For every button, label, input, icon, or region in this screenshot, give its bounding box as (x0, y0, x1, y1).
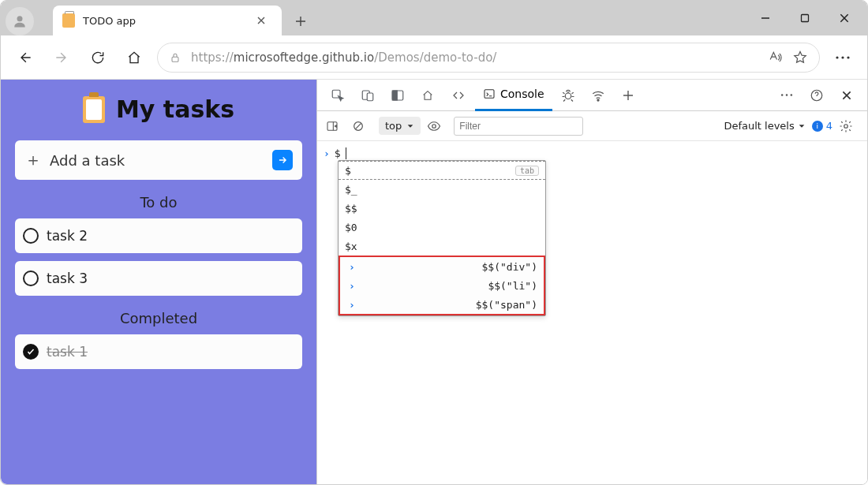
autocomplete-item[interactable]: $0 (339, 218, 545, 237)
issue-dot-icon: i (812, 121, 823, 132)
tab-network[interactable] (584, 81, 612, 110)
refresh-icon (90, 50, 106, 65)
tab-console[interactable]: Console (475, 80, 552, 111)
autocomplete-item[interactable]: $$ (339, 199, 545, 218)
console-settings-button[interactable] (839, 119, 859, 133)
arrow-left-icon (17, 50, 33, 65)
autocomplete-history-highlight: ›$$("div") ›$$("li") ›$$("span") (339, 256, 545, 315)
history-item[interactable]: ›$$("li") (340, 276, 544, 295)
log-levels-dropdown[interactable]: Default levels (724, 120, 805, 132)
console-sidebar-toggle[interactable] (325, 120, 346, 132)
task-label: task 3 (47, 270, 88, 286)
unchecked-circle-icon[interactable] (23, 228, 39, 244)
devtools-panel: Console (316, 80, 867, 484)
home-button[interactable] (121, 44, 148, 71)
console-filter-input[interactable] (454, 117, 583, 136)
inspect-element-button[interactable] (324, 81, 352, 110)
window-maximize-button[interactable] (785, 1, 825, 35)
task-label: task 2 (47, 228, 88, 244)
section-completed-heading: Completed (15, 310, 302, 326)
devtools-more-button[interactable] (773, 81, 801, 110)
svg-point-20 (432, 124, 436, 128)
add-task-placeholder: Add a task (50, 152, 264, 169)
prompt-chevron-icon: › (324, 147, 330, 159)
maximize-icon (800, 13, 810, 23)
task-item-completed[interactable]: task 1 (15, 334, 302, 369)
devices-icon (361, 88, 375, 103)
svg-rect-11 (485, 90, 494, 99)
tab-elements[interactable] (443, 80, 473, 111)
arrow-right-icon (277, 155, 288, 166)
autocomplete-item[interactable]: $_ (339, 180, 545, 199)
prompt-chevron-icon: › (346, 261, 357, 273)
console-input-row[interactable]: › $ (324, 144, 861, 162)
console-input-value: $ (335, 147, 341, 159)
prompt-chevron-icon: › (346, 299, 357, 311)
console-toolbar: top Default levels i 4 (317, 111, 867, 141)
svg-rect-8 (367, 93, 373, 101)
devtools-help-button[interactable] (803, 81, 831, 110)
more-horizontal-icon (835, 55, 851, 60)
add-task-input[interactable]: ＋ Add a task (15, 140, 302, 180)
tab-welcome[interactable] (413, 80, 442, 111)
inspect-icon (331, 88, 345, 103)
autocomplete-item-selected[interactable]: $ tab (339, 161, 545, 180)
browser-titlebar: TODO app (1, 1, 867, 35)
text-caret (346, 147, 346, 159)
profile-avatar[interactable] (6, 7, 34, 35)
home-icon (421, 89, 434, 102)
chevron-down-icon (406, 122, 414, 130)
more-horizontal-icon (780, 93, 794, 97)
checked-circle-icon[interactable] (23, 344, 39, 360)
window-controls (746, 1, 864, 35)
tab-title: TODO app (83, 15, 242, 27)
device-toolbar-button[interactable] (354, 81, 382, 110)
bug-icon (560, 88, 576, 103)
more-tabs-button[interactable] (614, 81, 642, 110)
clear-console-button[interactable] (352, 120, 372, 132)
tab-sources[interactable] (554, 81, 582, 110)
read-aloud-icon[interactable] (767, 50, 783, 65)
refresh-button[interactable] (84, 44, 111, 71)
task-item[interactable]: task 2 (15, 218, 302, 253)
add-task-submit-button[interactable] (272, 150, 293, 170)
arrow-right-icon (54, 50, 69, 65)
live-expression-button[interactable] (427, 119, 447, 133)
console-icon (483, 88, 496, 100)
autocomplete-item[interactable]: $x (339, 237, 545, 256)
settings-more-button[interactable] (829, 44, 856, 71)
section-todo-heading: To do (15, 194, 302, 211)
devtools-close-button[interactable] (832, 81, 861, 110)
address-bar[interactable]: https://microsoftedge.github.io/Demos/de… (157, 43, 820, 73)
task-label: task 1 (47, 344, 88, 360)
svg-point-12 (565, 93, 571, 99)
clipboard-icon (83, 96, 105, 123)
execution-context-dropdown[interactable]: top (379, 117, 421, 135)
person-icon (12, 13, 28, 29)
unchecked-circle-icon[interactable] (23, 270, 39, 286)
history-item[interactable]: ›$$("div") (340, 257, 544, 276)
window-close-button[interactable] (825, 1, 864, 35)
back-button[interactable] (12, 44, 39, 71)
svg-point-13 (597, 99, 599, 100)
browser-tab-active[interactable]: TODO app (53, 6, 282, 35)
minimize-icon (761, 13, 770, 23)
task-item[interactable]: task 3 (15, 261, 302, 296)
close-icon (256, 16, 266, 25)
window-minimize-button[interactable] (746, 1, 785, 35)
favorite-star-icon[interactable] (792, 50, 808, 65)
dock-icon (391, 88, 405, 103)
dock-side-button[interactable] (383, 81, 412, 110)
tab-key-hint: tab (515, 166, 539, 176)
url-text: https://microsoftedge.github.io/Demos/de… (191, 50, 496, 65)
new-tab-button[interactable] (286, 7, 315, 35)
checkmark-icon (26, 347, 36, 356)
forward-button (48, 44, 75, 71)
tab-close-button[interactable] (250, 9, 272, 32)
history-item[interactable]: ›$$("span") (340, 295, 544, 314)
svg-rect-10 (392, 91, 397, 100)
console-body[interactable]: › $ $ tab $_ $$ $0 $x ›$$("div") ›$$("li… (317, 141, 867, 484)
svg-rect-1 (802, 15, 809, 22)
issues-counter[interactable]: i 4 (812, 120, 832, 132)
svg-point-16 (791, 94, 793, 96)
